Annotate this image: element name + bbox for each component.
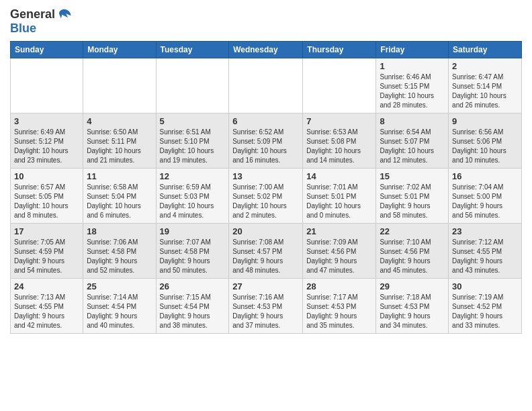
day-text: Sunrise: 7:06 AM Sunset: 4:58 PM Dayligh… [87,238,152,275]
calendar-cell: 20Sunrise: 7:08 AM Sunset: 4:57 PM Dayli… [229,224,303,279]
column-header-tuesday: Tuesday [156,42,229,58]
calendar-cell: 7Sunrise: 6:53 AM Sunset: 5:08 PM Daylig… [303,113,376,169]
day-number: 21 [306,226,372,236]
calendar-cell: 5Sunrise: 6:51 AM Sunset: 5:10 PM Daylig… [156,113,229,169]
day-text: Sunrise: 6:57 AM Sunset: 5:05 PM Dayligh… [14,183,79,220]
day-text: Sunrise: 7:14 AM Sunset: 4:54 PM Dayligh… [87,293,152,330]
day-number: 11 [87,171,152,181]
calendar-cell: 23Sunrise: 7:12 AM Sunset: 4:55 PM Dayli… [449,224,522,279]
calendar-cell [83,58,156,113]
calendar-header-row: SundayMondayTuesdayWednesdayThursdayFrid… [11,42,522,58]
day-number: 3 [14,116,79,126]
calendar-cell: 19Sunrise: 7:07 AM Sunset: 4:58 PM Dayli… [156,224,229,279]
day-text: Sunrise: 7:08 AM Sunset: 4:57 PM Dayligh… [232,238,299,275]
day-number: 1 [380,61,445,71]
day-text: Sunrise: 7:12 AM Sunset: 4:55 PM Dayligh… [452,238,518,275]
logo-blue-text: Blue [10,21,36,36]
day-text: Sunrise: 7:16 AM Sunset: 4:53 PM Dayligh… [232,293,299,330]
column-header-thursday: Thursday [303,42,376,58]
calendar-cell: 1Sunrise: 6:46 AM Sunset: 5:15 PM Daylig… [376,58,449,113]
logo-bird-icon [57,7,72,21]
calendar-cell [303,58,376,113]
calendar-cell [156,58,229,113]
day-text: Sunrise: 7:10 AM Sunset: 4:56 PM Dayligh… [380,238,445,275]
day-text: Sunrise: 7:04 AM Sunset: 5:00 PM Dayligh… [452,183,518,220]
day-number: 12 [160,171,226,181]
day-text: Sunrise: 7:19 AM Sunset: 4:52 PM Dayligh… [452,293,518,330]
day-number: 22 [380,226,445,236]
calendar-cell: 18Sunrise: 7:06 AM Sunset: 4:58 PM Dayli… [83,224,156,279]
day-number: 28 [306,281,372,291]
day-text: Sunrise: 6:53 AM Sunset: 5:08 PM Dayligh… [306,128,372,165]
day-text: Sunrise: 7:18 AM Sunset: 4:53 PM Dayligh… [380,293,445,330]
day-number: 24 [14,281,79,291]
day-number: 9 [452,116,518,126]
day-number: 30 [452,281,518,291]
calendar-week-row: 3Sunrise: 6:49 AM Sunset: 5:12 PM Daylig… [11,113,522,169]
day-number: 27 [232,281,299,291]
calendar-cell: 26Sunrise: 7:15 AM Sunset: 4:54 PM Dayli… [156,279,229,334]
day-number: 4 [87,116,152,126]
calendar-cell: 17Sunrise: 7:05 AM Sunset: 4:59 PM Dayli… [11,224,83,279]
logo: General Blue [10,7,72,36]
calendar-cell: 27Sunrise: 7:16 AM Sunset: 4:53 PM Dayli… [229,279,303,334]
calendar-cell [229,58,303,113]
day-number: 13 [232,171,299,181]
day-number: 20 [232,226,299,236]
day-text: Sunrise: 7:05 AM Sunset: 4:59 PM Dayligh… [14,238,79,275]
day-text: Sunrise: 7:01 AM Sunset: 5:01 PM Dayligh… [306,183,372,220]
column-header-friday: Friday [376,42,449,58]
day-text: Sunrise: 6:52 AM Sunset: 5:09 PM Dayligh… [232,128,299,165]
calendar-cell: 2Sunrise: 6:47 AM Sunset: 5:14 PM Daylig… [449,58,522,113]
day-text: Sunrise: 7:07 AM Sunset: 4:58 PM Dayligh… [160,238,226,275]
calendar-week-row: 10Sunrise: 6:57 AM Sunset: 5:05 PM Dayli… [11,169,522,224]
day-number: 29 [380,281,445,291]
column-header-monday: Monday [83,42,156,58]
day-text: Sunrise: 7:00 AM Sunset: 5:02 PM Dayligh… [232,183,299,220]
day-number: 26 [160,281,226,291]
page-header: General Blue [10,7,522,36]
day-number: 16 [452,171,518,181]
calendar-cell: 3Sunrise: 6:49 AM Sunset: 5:12 PM Daylig… [11,113,83,169]
day-number: 17 [14,226,79,236]
day-number: 5 [160,116,226,126]
calendar-cell: 29Sunrise: 7:18 AM Sunset: 4:53 PM Dayli… [376,279,449,334]
day-text: Sunrise: 6:59 AM Sunset: 5:03 PM Dayligh… [160,183,226,220]
day-text: Sunrise: 6:51 AM Sunset: 5:10 PM Dayligh… [160,128,226,165]
day-text: Sunrise: 7:02 AM Sunset: 5:01 PM Dayligh… [380,183,445,220]
day-number: 25 [87,281,152,291]
day-number: 6 [232,116,299,126]
day-number: 14 [306,171,372,181]
calendar-cell: 8Sunrise: 6:54 AM Sunset: 5:07 PM Daylig… [376,113,449,169]
day-number: 15 [380,171,445,181]
day-text: Sunrise: 7:15 AM Sunset: 4:54 PM Dayligh… [160,293,226,330]
calendar-week-row: 1Sunrise: 6:46 AM Sunset: 5:15 PM Daylig… [11,58,522,113]
calendar-cell: 24Sunrise: 7:13 AM Sunset: 4:55 PM Dayli… [11,279,83,334]
calendar-cell: 10Sunrise: 6:57 AM Sunset: 5:05 PM Dayli… [11,169,83,224]
day-text: Sunrise: 6:46 AM Sunset: 5:15 PM Dayligh… [380,73,445,110]
day-number: 7 [306,116,372,126]
calendar-cell: 14Sunrise: 7:01 AM Sunset: 5:01 PM Dayli… [303,169,376,224]
calendar-cell: 16Sunrise: 7:04 AM Sunset: 5:00 PM Dayli… [449,169,522,224]
day-number: 18 [87,226,152,236]
day-number: 10 [14,171,79,181]
day-text: Sunrise: 7:17 AM Sunset: 4:53 PM Dayligh… [306,293,372,330]
day-number: 23 [452,226,518,236]
day-text: Sunrise: 7:09 AM Sunset: 4:56 PM Dayligh… [306,238,372,275]
day-number: 8 [380,116,445,126]
calendar-cell: 13Sunrise: 7:00 AM Sunset: 5:02 PM Dayli… [229,169,303,224]
calendar-cell: 15Sunrise: 7:02 AM Sunset: 5:01 PM Dayli… [376,169,449,224]
calendar-cell: 12Sunrise: 6:59 AM Sunset: 5:03 PM Dayli… [156,169,229,224]
calendar-cell: 11Sunrise: 6:58 AM Sunset: 5:04 PM Dayli… [83,169,156,224]
calendar-cell: 28Sunrise: 7:17 AM Sunset: 4:53 PM Dayli… [303,279,376,334]
day-text: Sunrise: 6:54 AM Sunset: 5:07 PM Dayligh… [380,128,445,165]
column-header-sunday: Sunday [11,42,83,58]
day-text: Sunrise: 7:13 AM Sunset: 4:55 PM Dayligh… [14,293,79,330]
calendar-cell: 30Sunrise: 7:19 AM Sunset: 4:52 PM Dayli… [449,279,522,334]
day-number: 2 [452,61,518,71]
calendar-cell: 21Sunrise: 7:09 AM Sunset: 4:56 PM Dayli… [303,224,376,279]
column-header-wednesday: Wednesday [229,42,303,58]
calendar-table: SundayMondayTuesdayWednesdayThursdayFrid… [10,41,522,334]
calendar-cell: 6Sunrise: 6:52 AM Sunset: 5:09 PM Daylig… [229,113,303,169]
day-number: 19 [160,226,226,236]
